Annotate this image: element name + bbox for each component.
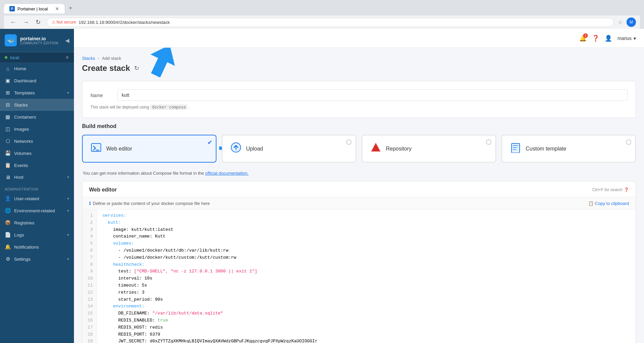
sidebar-item-events[interactable]: 📋 Events — [0, 159, 74, 171]
build-method-web-editor[interactable]: ✔ Web editor — [82, 135, 216, 163]
build-method-section: Build method ✔ Web editor — [82, 123, 636, 343]
sidebar-item-environment-related[interactable]: 🌐 Environment-related ▾ — [0, 205, 74, 217]
svg-rect-7 — [512, 143, 520, 153]
name-form-row: Name — [90, 89, 628, 101]
sidebar-collapse-button[interactable]: ◀ — [65, 37, 69, 44]
logo-icon: 🐳 — [5, 34, 17, 46]
clipboard-icon: 📋 — [588, 201, 594, 206]
tab-close-button[interactable]: ✕ — [55, 6, 59, 11]
browser-toolbar: ← → ↻ ⚠ Not secure 192.168.1.18:9000/#/2… — [4, 15, 640, 29]
code-editor[interactable]: 1234567891011121314151617181920 services… — [82, 210, 636, 343]
browser-tabs: P Portainer | local ✕ + — [4, 3, 640, 13]
chevron-down-icon: ▾ — [67, 233, 69, 237]
sidebar-logo: 🐳 portainer.io COMMUNITY EDITION ◀ — [0, 29, 74, 52]
code-line: REDIS_HOST: redis — [103, 324, 630, 331]
sidebar-item-images[interactable]: ◫ Images — [0, 123, 74, 135]
topbar-user-menu[interactable]: marius ▾ — [617, 36, 636, 41]
name-label: Name — [90, 89, 111, 98]
build-methods-grid: ✔ Web editor — [82, 135, 636, 163]
sidebar-item-registries[interactable]: 📦 Registries — [0, 217, 74, 229]
sidebar-item-settings[interactable]: ⚙ Settings ▾ — [0, 253, 74, 265]
new-tab-button[interactable]: + — [65, 3, 76, 13]
sidebar-item-networks[interactable]: ⬡ Networks — [0, 135, 74, 147]
bookmark-button[interactable]: ☆ — [618, 19, 622, 26]
nav-buttons: ← → ↻ — [8, 18, 43, 27]
page-header-area: Create stack ↻ — [82, 63, 636, 73]
copy-to-clipboard-button[interactable]: 📋 Copy to clipboard — [588, 201, 629, 206]
name-form-card: Name This stack will be deployed using d… — [82, 81, 636, 118]
editor-section: Web editor Ctrl+F for search ❓ ℹ Define … — [82, 181, 636, 343]
environment-close-button[interactable]: ✕ — [65, 55, 69, 60]
back-button[interactable]: ← — [8, 18, 18, 27]
environment-name: local — [10, 55, 19, 60]
tab-title: Portainer | local — [17, 6, 48, 11]
reload-button[interactable]: ↻ — [34, 18, 43, 27]
notifications-icon: 🔔 — [5, 244, 11, 250]
notification-badge: 1 — [583, 33, 588, 38]
main-content: 🔔 1 ❓ 👤 marius ▾ Stacks › Add stack Crea… — [74, 29, 644, 343]
code-line: volumes: — [103, 240, 630, 247]
build-method-custom-template[interactable]: Custom template — [501, 135, 636, 163]
sidebar-item-logs[interactable]: 📄 Logs ▾ — [0, 229, 74, 241]
logs-icon: 📄 — [5, 232, 11, 238]
profile-button[interactable]: M — [627, 17, 636, 27]
code-line: - /volume1/docker/kutt/db:/var/lib/kutt:… — [103, 247, 630, 254]
sidebar-item-notifications[interactable]: 🔔 Notifications — [0, 241, 74, 253]
stacks-icon: ⊟ — [5, 102, 11, 108]
logo-brand: portainer.io — [20, 36, 58, 41]
refresh-icon[interactable]: ↻ — [134, 65, 139, 72]
editor-info-text: Define or paste the content of your dock… — [93, 201, 210, 206]
repository-label: Repository — [386, 146, 411, 152]
admin-section-label: Administration — [0, 183, 74, 192]
sidebar-item-templates[interactable]: ⊞ Templates ▾ — [0, 87, 74, 99]
address-bar[interactable]: ⚠ Not secure 192.168.1.18:9000/#/2/docke… — [47, 18, 614, 27]
build-method-upload[interactable]: Upload — [222, 135, 356, 163]
code-line: healthcheck: — [103, 261, 630, 268]
browser-tab-active[interactable]: P Portainer | local ✕ — [4, 4, 65, 13]
help-button[interactable]: ❓ — [592, 35, 599, 42]
sidebar-item-containers[interactable]: ▦ Containers — [0, 111, 74, 123]
forward-button[interactable]: → — [21, 18, 31, 27]
stack-name-input[interactable] — [117, 89, 628, 101]
settings-icon: ⚙ — [5, 256, 11, 262]
sidebar-item-host[interactable]: 🖥 Host ▾ — [0, 171, 74, 183]
docker-compose-code: docker compose — [150, 104, 188, 110]
topbar-username: marius — [617, 36, 632, 41]
dashboard-icon: ▣ — [5, 78, 11, 84]
sidebar-item-label: Logs — [14, 232, 64, 238]
sidebar-item-label: Host — [14, 175, 64, 180]
upload-icon — [231, 142, 241, 155]
user-profile-icon: 👤 — [605, 35, 612, 42]
sidebar-item-label: User-related — [14, 196, 64, 201]
sidebar-item-stacks[interactable]: ⊟ Stacks — [0, 99, 74, 111]
code-area[interactable]: services: kutt: image: kutt/kutt:latest … — [97, 210, 636, 343]
sidebar-item-user-related[interactable]: 👤 User-related ▾ — [0, 192, 74, 205]
chevron-down-icon: ▾ — [67, 175, 69, 179]
sidebar-item-label: Images — [14, 127, 69, 132]
official-docs-link[interactable]: official documentation. — [205, 171, 248, 176]
sidebar-item-label: Networks — [14, 139, 69, 144]
code-line: - /volume1/docker/kutt/custom:/kutt/cust… — [103, 254, 630, 261]
info-icon: ℹ — [89, 201, 91, 206]
editor-help-text: You can get more information about Compo… — [82, 171, 636, 176]
sidebar-environment-bar[interactable]: local ✕ — [0, 52, 74, 63]
sidebar-item-label: Templates — [14, 90, 64, 95]
code-line: JWT_SECRET: d0xZYTTZgXKMHkqLBIQVImayQXAV… — [103, 338, 630, 343]
code-line: interval: 10s — [103, 275, 630, 282]
code-line: services: — [103, 212, 630, 219]
page-title: Create stack — [82, 63, 130, 73]
templates-icon: ⊞ — [5, 90, 11, 96]
sidebar-item-home[interactable]: ⌂ Home — [0, 63, 74, 75]
page-header: Create stack ↻ — [82, 63, 636, 73]
svg-marker-0 — [144, 48, 182, 80]
sidebar-item-volumes[interactable]: 💾 Volumes — [0, 147, 74, 159]
build-method-repository[interactable]: Repository — [362, 135, 496, 163]
code-line: DB_FILENAME: "/var/lib/kutt/data.sqlite" — [103, 310, 630, 317]
selected-checkmark-icon: ✔ — [207, 139, 212, 146]
user-related-icon: 👤 — [5, 196, 11, 202]
custom-template-icon — [510, 142, 521, 155]
tab-favicon: P — [9, 6, 15, 11]
notifications-bell-button[interactable]: 🔔 1 — [579, 35, 587, 42]
breadcrumb-stacks-link[interactable]: Stacks — [82, 56, 95, 61]
sidebar-item-dashboard[interactable]: ▣ Dashboard — [0, 75, 74, 87]
